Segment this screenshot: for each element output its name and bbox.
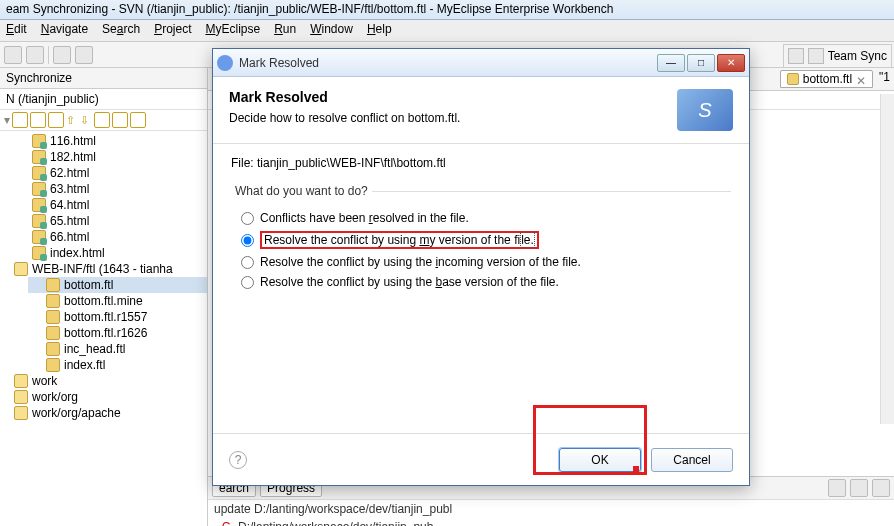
perspective-switcher: Team Sync xyxy=(783,44,892,68)
file-icon xyxy=(787,73,799,85)
down-arrow-icon[interactable]: ⇩ xyxy=(80,114,92,126)
help-icon[interactable]: ? xyxy=(229,451,247,469)
toolbar-button[interactable] xyxy=(26,46,44,64)
file-icon xyxy=(46,358,60,372)
file-icon xyxy=(32,246,46,260)
dialog-subheading: Decide how to resolve conflict on bottom… xyxy=(229,111,667,125)
mark-resolved-dialog: Mark Resolved — □ ✕ Mark Resolved Decide… xyxy=(212,48,750,486)
tree-item: 63.html xyxy=(28,181,207,197)
annotation-mark xyxy=(633,466,639,475)
up-arrow-icon[interactable]: ⇧ xyxy=(66,114,78,126)
console-btn[interactable] xyxy=(850,479,868,497)
file-label: File: tianjin_public\WEB-INF\ftl\bottom.… xyxy=(231,156,731,170)
tree-item: 62.html xyxy=(28,165,207,181)
close-icon[interactable]: ✕ xyxy=(856,74,866,84)
file-icon xyxy=(32,134,46,148)
tree-item: 66.html xyxy=(28,229,207,245)
open-perspective-icon[interactable] xyxy=(788,48,804,64)
window-title: eam Synchronizing - SVN (/tianjin_public… xyxy=(6,2,613,16)
menu-run[interactable]: Run xyxy=(274,22,296,39)
menu-search[interactable]: Search xyxy=(102,22,140,39)
synchronize-tab[interactable]: Synchronize xyxy=(0,68,207,89)
file-icon xyxy=(46,294,60,308)
file-icon xyxy=(46,310,60,324)
radio-input[interactable] xyxy=(241,212,254,225)
console-line: update D:/lanting/workspace/dev/tianjin_… xyxy=(208,500,894,518)
perspective-label[interactable]: Team Sync xyxy=(828,49,887,63)
menu-project[interactable]: Project xyxy=(154,22,191,39)
dialog-icon xyxy=(217,55,233,71)
radio-resolved[interactable]: Conflicts have been resolved in the file… xyxy=(231,208,731,228)
editor-tab[interactable]: bottom.ftl ✕ xyxy=(780,70,873,88)
ok-button[interactable]: OK xyxy=(559,448,641,472)
dialog-heading: Mark Resolved xyxy=(229,89,667,105)
tree-folder: work xyxy=(14,373,207,389)
radio-incoming[interactable]: Resolve the conflict by using the incomi… xyxy=(231,252,731,272)
tab-overflow[interactable]: "1 xyxy=(879,70,890,88)
tree-folder: work/org/apache xyxy=(14,405,207,421)
tree-item: bottom.ftl.r1557 xyxy=(28,309,207,325)
cancel-button[interactable]: Cancel xyxy=(651,448,733,472)
console-line: CD:/lanting/workspace/dev/tianjin_pub xyxy=(208,518,894,526)
tree-folder: work/org xyxy=(14,389,207,405)
dialog-title: Mark Resolved xyxy=(239,56,657,70)
expand-icon[interactable] xyxy=(112,112,128,128)
menubar: Edit Navigate Search Project MyEclipse R… xyxy=(0,20,894,42)
scrollbar[interactable] xyxy=(880,94,894,424)
tree-item: 65.html xyxy=(28,213,207,229)
toolbar-button[interactable] xyxy=(75,46,93,64)
tree-item: bottom.ftl.mine xyxy=(28,293,207,309)
dialog-footer: ? OK Cancel xyxy=(213,433,749,485)
console-btn[interactable] xyxy=(872,479,890,497)
collapse-icon[interactable] xyxy=(94,112,110,128)
group-legend: What do you want to do? xyxy=(231,184,372,198)
file-icon xyxy=(46,326,60,340)
file-icon xyxy=(32,230,46,244)
menu-window[interactable]: Window xyxy=(310,22,353,39)
tree-item: 182.html xyxy=(28,149,207,165)
sync-tree[interactable]: 116.html 182.html 62.html 63.html 64.htm… xyxy=(0,131,207,526)
tree-item: index.html xyxy=(28,245,207,261)
dialog-body: File: tianjin_public\WEB-INF\ftl\bottom.… xyxy=(213,144,749,433)
toolbar-button[interactable] xyxy=(53,46,71,64)
file-icon xyxy=(32,182,46,196)
close-button[interactable]: ✕ xyxy=(717,54,745,72)
menu-edit[interactable]: Edit xyxy=(6,22,27,39)
menu-help[interactable]: Help xyxy=(367,22,392,39)
toolbar-button[interactable] xyxy=(4,46,22,64)
maximize-button[interactable]: □ xyxy=(687,54,715,72)
dialog-titlebar[interactable]: Mark Resolved — □ ✕ xyxy=(213,49,749,77)
team-sync-icon[interactable] xyxy=(808,48,824,64)
file-icon xyxy=(32,166,46,180)
radio-input[interactable] xyxy=(241,256,254,269)
window-titlebar: eam Synchronizing - SVN (/tianjin_public… xyxy=(0,0,894,20)
folder-icon xyxy=(14,374,28,388)
menu-myeclipse[interactable]: MyEclipse xyxy=(205,22,260,39)
refresh-icon[interactable] xyxy=(130,112,146,128)
tree-item: 64.html xyxy=(28,197,207,213)
incoming-mode-icon[interactable] xyxy=(30,112,46,128)
file-icon xyxy=(32,214,46,228)
radio-mine[interactable]: Resolve the conflict by using my version… xyxy=(231,228,731,252)
tree-folder: WEB-INF/ftl (1643 - tianha xyxy=(14,261,207,277)
radio-input[interactable] xyxy=(241,234,254,247)
tree-item: bottom.ftl.r1626 xyxy=(28,325,207,341)
radio-base[interactable]: Resolve the conflict by using the base v… xyxy=(231,272,731,292)
tree-item: bottom.ftl xyxy=(28,277,207,293)
menu-navigate[interactable]: Navigate xyxy=(41,22,88,39)
folder-icon xyxy=(14,262,28,276)
outgoing-mode-icon[interactable] xyxy=(48,112,64,128)
file-icon xyxy=(46,342,60,356)
sync-toolbar: ▾ ⇧ ⇩ xyxy=(0,110,207,131)
folder-icon xyxy=(14,406,28,420)
console-btn[interactable] xyxy=(828,479,846,497)
pin-icon[interactable] xyxy=(12,112,28,128)
radio-input[interactable] xyxy=(241,276,254,289)
tree-item: 116.html xyxy=(28,133,207,149)
file-icon xyxy=(46,278,60,292)
tree-item: index.ftl xyxy=(28,357,207,373)
dialog-header: Mark Resolved Decide how to resolve conf… xyxy=(213,77,749,144)
tree-item: inc_head.ftl xyxy=(28,341,207,357)
file-icon xyxy=(32,150,46,164)
minimize-button[interactable]: — xyxy=(657,54,685,72)
